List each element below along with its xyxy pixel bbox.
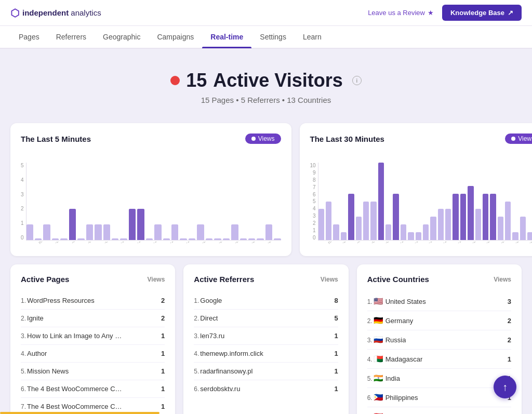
scroll-top-button[interactable]: ↑ (494, 376, 516, 398)
bar (69, 209, 76, 240)
x-label: -120 sec (136, 242, 149, 245)
x-label: -20 sec (54, 242, 67, 245)
bar (163, 238, 170, 240)
list-item-name: 6.🇵🇭Philippines (367, 393, 418, 402)
nav-item-campaigns[interactable]: Campaigns (149, 25, 202, 48)
bar (363, 202, 369, 241)
active-countries-list: 1.🇺🇸United States32.🇩🇪Germany23.🇷🇺Russia… (367, 292, 511, 414)
list-item: 6.🇵🇭Philippines1 (367, 388, 511, 407)
active-pages-list: 1.WordPress Resources22.Ignite23.How to … (21, 292, 165, 414)
chart-5min-title: The Last 5 Minutes (21, 135, 91, 143)
charts-row: The Last 5 Minutes Views 5 4 3 2 1 0 now… (0, 115, 532, 264)
bar (35, 238, 42, 240)
list-item-name: 3.🇷🇺Russia (367, 335, 406, 344)
active-countries-views-label: Views (494, 276, 511, 283)
bar (129, 209, 136, 240)
bar (257, 238, 263, 240)
list-item-name: 1.🇺🇸United States (367, 297, 426, 306)
list-item: 6.serdobsktv.ru1 (194, 380, 338, 397)
list-item: 5.radarfinansowy.pl1 (194, 363, 338, 380)
x-label: -28 min (528, 242, 532, 245)
x-label: -260 sec (250, 242, 263, 245)
list-item-views: 2 (501, 336, 511, 344)
list-item-name: 4.🇲🇬Madagascar (367, 354, 423, 364)
chart-5min-header: The Last 5 Minutes Views (21, 133, 281, 144)
bar-chart-30min: 10 9 8 7 6 5 4 3 2 1 0 now-2 min-4 min-6… (310, 152, 533, 246)
x-label: -8 min (384, 242, 396, 245)
x-label: now (327, 242, 339, 245)
x-label: -140 sec (152, 242, 165, 245)
list-item: 6.The 4 Best WooCommerce Customer Orde..… (21, 380, 165, 398)
bar (505, 202, 511, 241)
info-icon[interactable]: i (352, 76, 362, 85)
bar (60, 238, 67, 240)
active-pages-header: Active Pages Views (21, 275, 165, 284)
chart-5min-badge: Views (245, 133, 281, 144)
bar (348, 194, 354, 240)
x-label: -180 sec (184, 242, 198, 245)
bar (483, 194, 488, 240)
list-item: 4.🇲🇬Madagascar1 (367, 350, 511, 369)
active-referrers-card: Active Referrers Views 1.Google82.Direct… (183, 264, 348, 414)
nav-item-realtime[interactable]: Real-time (202, 25, 251, 48)
active-referrers-title: Active Referrers (194, 275, 254, 284)
bar (512, 232, 518, 240)
bar (416, 232, 421, 240)
list-item-name: 2.🇩🇪Germany (367, 316, 413, 325)
x-label: -4 min (355, 242, 368, 245)
list-item-views: 1 (328, 367, 338, 375)
bar (430, 217, 436, 240)
list-item: 3.len73.ru1 (194, 327, 338, 345)
list-item-name: 4.themewp.inform.click (194, 350, 263, 357)
chart-30min-header: The Last 30 Minutes Views (310, 133, 533, 144)
list-item-name: 1.WordPress Resources (21, 297, 95, 304)
bar (86, 224, 93, 240)
list-item-name: 3.len73.ru (194, 332, 224, 340)
x-label: -60 sec (86, 242, 100, 245)
nav-item-geographic[interactable]: Geographic (95, 25, 149, 48)
list-item-views: 2 (154, 297, 165, 304)
logo: ⬡ independent analytics (10, 7, 101, 19)
active-pages-card: Active Pages Views 1.WordPress Resources… (10, 264, 175, 414)
list-item-views: 1 (328, 350, 338, 357)
active-pages-views-label: Views (148, 276, 165, 283)
nav-item-settings[interactable]: Settings (251, 25, 295, 48)
list-item-views: 8 (328, 297, 338, 304)
list-item: 2.🇩🇪Germany2 (367, 311, 511, 330)
list-item-views: 1 (154, 350, 165, 357)
bar (137, 209, 144, 240)
bar (341, 232, 347, 240)
bar (527, 232, 532, 240)
x-label: -200 sec (201, 242, 214, 245)
active-pages-title: Active Pages (21, 275, 69, 284)
bar (460, 194, 466, 240)
knowledge-base-button[interactable]: Knowledge Base ↗ (442, 5, 522, 21)
list-item: 2.Ignite2 (21, 310, 165, 327)
bar (146, 238, 153, 240)
list-item: 1.WordPress Resources2 (21, 292, 165, 310)
active-referrers-list: 1.Google82.Direct53.len73.ru14.themewp.i… (194, 292, 338, 397)
bar-chart-5min: 5 4 3 2 1 0 now-20 sec-40 sec-60 sec-80 … (21, 152, 281, 246)
bar (453, 194, 458, 240)
nav-item-pages[interactable]: Pages (10, 25, 48, 48)
list-item-views: 1 (154, 385, 165, 393)
bar (103, 224, 110, 240)
live-dot-icon (170, 76, 180, 85)
external-link-icon: ↗ (508, 9, 513, 17)
nav-item-learn[interactable]: Learn (295, 25, 330, 48)
logo-icon: ⬡ (10, 7, 19, 19)
bar (120, 238, 127, 240)
x-label: -20 min (471, 242, 483, 245)
bar (112, 238, 118, 240)
leave-review-link[interactable]: Leave us a Review ★ (368, 9, 434, 17)
bar (214, 238, 221, 240)
list-item-name: 6.The 4 Best WooCommerce Customer Orde..… (21, 385, 125, 393)
nav-item-referrers[interactable]: Referrers (48, 25, 95, 48)
bar (356, 217, 362, 240)
x-label: -240 sec (233, 242, 247, 245)
progress-bar (0, 412, 159, 414)
list-item-views: 1 (154, 367, 165, 375)
x-label: -24 min (499, 242, 512, 245)
list-item-views: 1 (154, 332, 165, 340)
bar (171, 224, 178, 240)
